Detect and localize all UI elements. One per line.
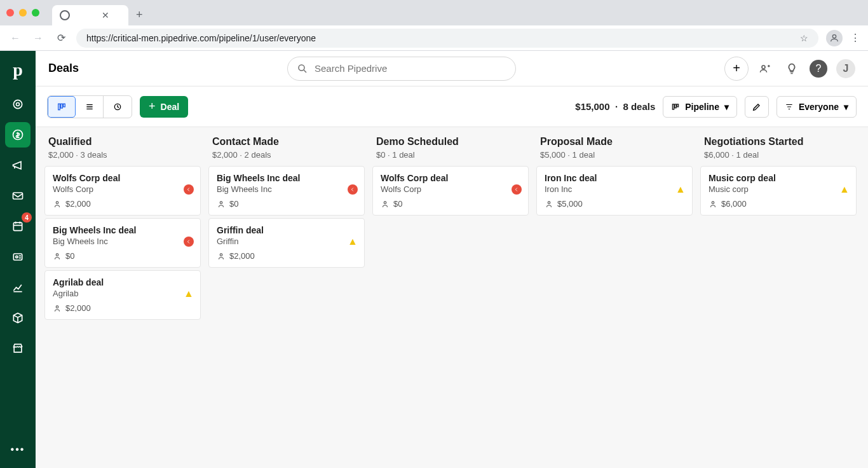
card-org: Big Wheels Inc bbox=[53, 237, 193, 246]
target-icon bbox=[11, 98, 24, 111]
close-window-button[interactable] bbox=[6, 9, 14, 17]
sidebar-item-leads[interactable] bbox=[5, 92, 31, 117]
warning-indicator-icon: ▲ bbox=[675, 184, 686, 195]
sidebar-item-contacts[interactable] bbox=[5, 244, 31, 270]
person-icon bbox=[53, 200, 62, 209]
deal-card[interactable]: Music corp dealMusic corp$6,000▲ bbox=[700, 166, 857, 216]
nav-forward-button[interactable]: → bbox=[31, 32, 46, 44]
column-title: Demo Scheduled bbox=[376, 136, 525, 148]
browser-profile-button[interactable] bbox=[826, 30, 843, 46]
card-footer: $5,000 bbox=[545, 199, 684, 209]
person-icon bbox=[217, 252, 226, 261]
card-footer: $2,000 bbox=[217, 251, 356, 261]
card-title: Wolfs Corp deal bbox=[53, 173, 193, 183]
card-title: Big Wheels Inc deal bbox=[53, 225, 193, 235]
chart-icon bbox=[11, 281, 24, 294]
pipeline-column[interactable]: Proposal Made$5,000 · 1 dealIron Inc dea… bbox=[532, 127, 696, 468]
minimize-window-button[interactable] bbox=[19, 9, 27, 17]
view-switcher bbox=[47, 95, 132, 118]
sidebar-item-mail[interactable] bbox=[5, 183, 31, 209]
deal-card[interactable]: Wolfs Corp dealWolfs Corp$0 bbox=[372, 166, 529, 216]
nav-back-button[interactable]: ← bbox=[8, 32, 23, 44]
sidebar-item-campaigns[interactable] bbox=[5, 153, 31, 178]
nav-reload-button[interactable]: ⟳ bbox=[53, 32, 69, 44]
overdue-indicator-icon bbox=[512, 184, 522, 195]
sidebar-item-marketplace[interactable] bbox=[5, 336, 31, 361]
card-value: $6,000 bbox=[721, 199, 747, 209]
sidebar-item-activities[interactable]: 4 bbox=[5, 214, 31, 239]
bookmark-star-icon[interactable]: ☆ bbox=[800, 33, 808, 43]
column-summary: $5,000 · 1 deal bbox=[540, 150, 689, 160]
svg-point-23 bbox=[548, 201, 550, 203]
edit-pipeline-button[interactable] bbox=[745, 96, 769, 118]
pipeline-column[interactable]: Contact Made$2,000 · 2 dealsBig Wheels I… bbox=[205, 127, 369, 468]
sidebar-item-products[interactable] bbox=[5, 305, 31, 331]
svg-point-19 bbox=[56, 305, 58, 308]
pipeline-column[interactable]: Qualified$2,000 · 3 dealsWolfs Corp deal… bbox=[41, 127, 205, 468]
user-filter-button[interactable]: Everyone ▾ bbox=[776, 96, 857, 118]
card-footer: $2,000 bbox=[53, 303, 193, 313]
help-icon: ? bbox=[816, 63, 822, 74]
tab-favicon bbox=[60, 10, 70, 20]
view-pipeline-button[interactable] bbox=[48, 96, 76, 118]
card-value: $5,000 bbox=[557, 199, 583, 209]
add-deal-button[interactable]: + Deal bbox=[140, 96, 188, 118]
pipeline-column[interactable]: Demo Scheduled$0 · 1 dealWolfs Corp deal… bbox=[369, 127, 532, 468]
card-value: $0 bbox=[229, 199, 238, 209]
contacts-icon bbox=[11, 251, 24, 263]
filter-icon bbox=[785, 102, 794, 111]
person-icon bbox=[217, 200, 226, 209]
deal-card[interactable]: Big Wheels Inc dealBig Wheels Inc$0 bbox=[44, 218, 201, 268]
url-input[interactable]: https://critical-men.pipedrive.com/pipel… bbox=[76, 29, 818, 48]
card-value: $2,000 bbox=[65, 199, 91, 209]
overdue-indicator-icon bbox=[184, 237, 194, 247]
maximize-window-button[interactable] bbox=[32, 9, 39, 17]
card-footer: $0 bbox=[217, 199, 356, 209]
card-footer: $0 bbox=[53, 251, 193, 261]
card-footer: $2,000 bbox=[53, 199, 193, 209]
card-title: Iron Inc deal bbox=[545, 173, 684, 183]
sidebar-more-button[interactable]: ••• bbox=[11, 444, 25, 455]
browser-tab[interactable]: ✕ bbox=[52, 5, 128, 25]
search-input[interactable] bbox=[287, 57, 516, 81]
invite-users-button[interactable] bbox=[756, 60, 774, 78]
pipeline-column[interactable]: Negotiations Started$6,000 · 1 dealMusic… bbox=[696, 127, 860, 468]
store-icon bbox=[11, 342, 24, 355]
sidebar-item-insights[interactable] bbox=[5, 275, 31, 300]
help-button[interactable]: ? bbox=[810, 60, 827, 78]
filter-label: Everyone bbox=[799, 102, 839, 112]
user-avatar[interactable]: J bbox=[836, 59, 855, 78]
svg-point-20 bbox=[220, 201, 222, 203]
card-title: Big Wheels Inc deal bbox=[217, 173, 356, 183]
person-icon bbox=[545, 200, 553, 209]
tab-close-icon[interactable]: ✕ bbox=[102, 10, 109, 20]
view-list-button[interactable] bbox=[76, 96, 104, 118]
deal-card[interactable]: Wolfs Corp dealWolfs Corp$2,000 bbox=[44, 166, 201, 216]
card-org: Iron Inc bbox=[545, 184, 684, 194]
svg-rect-15 bbox=[675, 104, 676, 107]
warning-indicator-icon: ▲ bbox=[839, 184, 850, 195]
pencil-icon bbox=[752, 102, 762, 112]
pipeline-view-icon bbox=[57, 102, 67, 112]
browser-menu-button[interactable]: ⋮ bbox=[850, 32, 860, 44]
app-logo[interactable]: p bbox=[13, 60, 23, 80]
global-add-button[interactable]: + bbox=[724, 57, 749, 81]
lightbulb-icon bbox=[785, 62, 798, 75]
list-view-icon bbox=[85, 102, 95, 112]
tips-button[interactable] bbox=[783, 60, 801, 78]
deal-card[interactable]: Big Wheels Inc dealBig Wheels Inc$0 bbox=[208, 166, 365, 216]
sidebar-item-deals[interactable] bbox=[5, 122, 31, 148]
add-user-icon bbox=[759, 62, 771, 75]
deal-card[interactable]: Iron Inc dealIron Inc$5,000▲ bbox=[536, 166, 693, 216]
deal-card[interactable]: Agrilab dealAgrilab$2,000▲ bbox=[44, 270, 201, 320]
search-field[interactable] bbox=[315, 63, 506, 74]
deal-card[interactable]: Griffin dealGriffin$2,000▲ bbox=[208, 218, 365, 268]
column-header: Negotiations Started$6,000 · 1 deal bbox=[700, 134, 857, 166]
view-forecast-button[interactable] bbox=[104, 96, 132, 118]
svg-point-18 bbox=[56, 253, 58, 256]
column-summary: $2,000 · 3 deals bbox=[48, 150, 197, 160]
new-tab-button[interactable]: + bbox=[136, 8, 143, 22]
card-footer: $0 bbox=[381, 199, 520, 209]
pipeline-selector[interactable]: Pipeline ▾ bbox=[663, 96, 737, 118]
column-summary: $0 · 1 deal bbox=[376, 150, 525, 160]
